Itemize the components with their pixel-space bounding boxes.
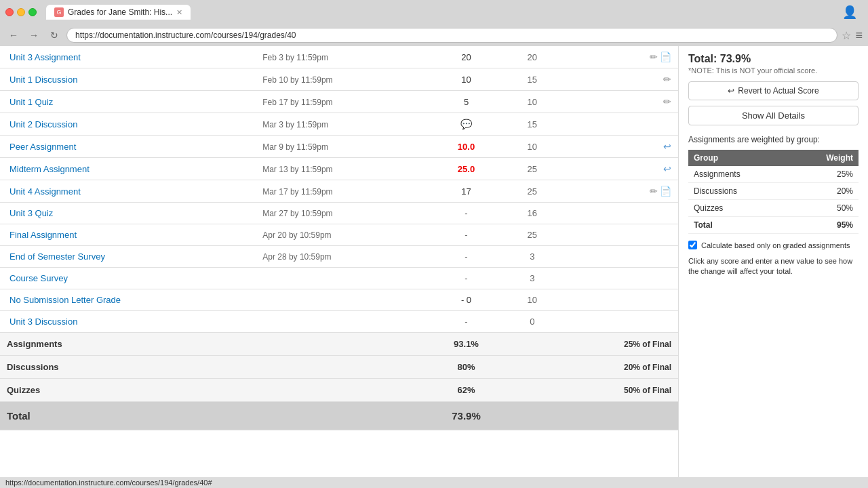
- score-cell[interactable]: -: [424, 246, 509, 268]
- score-value[interactable]: 10.0: [458, 142, 475, 152]
- score-cell[interactable]: 10: [424, 68, 509, 91]
- assignment-link[interactable]: Unit 3 Assignment: [9, 52, 81, 62]
- back-btn[interactable]: ←: [5, 27, 22, 43]
- refresh-btn[interactable]: ↻: [46, 27, 62, 43]
- assignment-link[interactable]: No Submission Letter Grade: [9, 295, 121, 305]
- maximize-window-btn[interactable]: [28, 8, 37, 16]
- score-value[interactable]: 20: [461, 52, 471, 62]
- status-url: https://documentation.instructure.com/co…: [5, 479, 212, 487]
- weight-group-name: Discussions: [688, 183, 791, 200]
- score-cell[interactable]: 💬: [424, 113, 509, 136]
- points-cell: 10: [509, 289, 555, 311]
- user-menu-icon[interactable]: 👤: [842, 5, 857, 20]
- graded-only-checkbox[interactable]: [688, 241, 697, 249]
- group-due: [256, 356, 424, 379]
- forward-btn[interactable]: →: [26, 27, 42, 43]
- assignment-link[interactable]: Unit 1 Discussion: [9, 75, 77, 85]
- score-cell[interactable]: - 0: [424, 289, 509, 311]
- score-cell[interactable]: 5: [424, 91, 509, 113]
- icon-cell: [555, 203, 678, 224]
- score-value[interactable]: - 0: [461, 295, 471, 305]
- points-cell: 3: [509, 246, 555, 268]
- group-summary-row: Assignments 93.1% 25% of Final: [0, 333, 678, 356]
- points-cell: 25: [509, 158, 555, 180]
- score-cell[interactable]: -: [424, 224, 509, 246]
- tab-close-btn[interactable]: ✕: [176, 8, 182, 17]
- total-empty2: [509, 402, 555, 430]
- assignment-link[interactable]: Peer Assignment: [9, 142, 76, 152]
- pencil-icon[interactable]: ✏: [663, 96, 671, 107]
- assignment-link[interactable]: Unit 3 Quiz: [9, 208, 53, 218]
- table-row: Course Survey - 3: [0, 268, 678, 289]
- weight-group-name: Assignments: [688, 166, 791, 183]
- table-row: Final Assignment Apr 20 by 10:59pm - 25: [0, 224, 678, 246]
- note-text: *NOTE: This is NOT your official score.: [688, 66, 859, 75]
- bookmark-icon[interactable]: ☆: [842, 29, 851, 42]
- close-window-btn[interactable]: [5, 8, 14, 16]
- revert-score-button[interactable]: ↩ Revert to Actual Score: [688, 81, 859, 100]
- revert-label: Revert to Actual Score: [738, 86, 818, 96]
- group-summary-row: Discussions 80% 20% of Final: [0, 356, 678, 379]
- score-value[interactable]: 17: [461, 186, 471, 197]
- assignment-link[interactable]: Final Assignment: [9, 230, 77, 240]
- group-name: Discussions: [0, 356, 256, 379]
- due-date: Mar 13 by 11:59pm: [262, 165, 332, 174]
- points-cell: 15: [509, 68, 555, 91]
- assignment-link[interactable]: End of Semester Survey: [9, 251, 105, 262]
- score-cell[interactable]: -: [424, 311, 509, 333]
- score-cell[interactable]: 25.0: [424, 158, 509, 180]
- score-cell[interactable]: 20: [424, 46, 509, 68]
- group-score: 80%: [424, 356, 509, 379]
- assignment-link[interactable]: Course Survey: [9, 273, 68, 283]
- score-value[interactable]: 25.0: [458, 164, 475, 174]
- icon-cell: [555, 113, 678, 136]
- pencil-icon[interactable]: ✏: [650, 186, 658, 197]
- table-row: End of Semester Survey Apr 28 by 10:59pm…: [0, 246, 678, 268]
- doc-icon[interactable]: 📄: [660, 186, 671, 197]
- assignment-link[interactable]: Unit 1 Quiz: [9, 97, 53, 107]
- pencil-icon[interactable]: ✏: [650, 52, 658, 62]
- table-row: Midterm Assignment Mar 13 by 11:59pm 25.…: [0, 158, 678, 180]
- score-value[interactable]: 10: [461, 75, 471, 85]
- assignment-link[interactable]: Midterm Assignment: [9, 164, 90, 174]
- score-cell[interactable]: 10.0: [424, 136, 509, 158]
- browser-menu-icon[interactable]: ≡: [855, 28, 863, 43]
- score-value[interactable]: 5: [464, 97, 469, 107]
- due-date: Mar 3 by 11:59pm: [262, 120, 328, 129]
- total-score-label: Total: 73.9%: [688, 53, 859, 65]
- points-cell: 3: [509, 268, 555, 289]
- due-date: Feb 3 by 11:59pm: [262, 53, 328, 62]
- address-bar[interactable]: [66, 28, 837, 43]
- group-points: [509, 333, 555, 356]
- score-cell[interactable]: 17: [424, 180, 509, 203]
- resubmit-icon[interactable]: ↩: [663, 141, 671, 152]
- due-date: Apr 28 by 10:59pm: [262, 252, 331, 262]
- resubmit-icon[interactable]: ↩: [663, 163, 671, 174]
- pencil-icon[interactable]: ✏: [663, 74, 671, 85]
- assignment-link[interactable]: Unit 3 Discussion: [9, 317, 77, 327]
- right-panel: Total: 73.9% *NOTE: This is NOT your off…: [678, 46, 868, 481]
- comment-icon: 💬: [460, 119, 472, 129]
- browser-nav: ← → ↻ ☆ ≡: [0, 24, 868, 46]
- browser-titlebar: G Grades for Jane Smith: His... ✕ 👤: [0, 0, 868, 24]
- points-cell: 16: [509, 203, 555, 224]
- assignment-link[interactable]: Unit 4 Assignment: [9, 186, 81, 197]
- active-tab[interactable]: G Grades for Jane Smith: His... ✕: [46, 5, 191, 20]
- group-score: 62%: [424, 379, 509, 402]
- due-date: Mar 27 by 10:59pm: [262, 209, 332, 218]
- graded-only-checkbox-row[interactable]: Calculate based only on graded assignmen…: [688, 241, 859, 249]
- table-row: Unit 1 Quiz Feb 17 by 11:59pm 5 10 ✏: [0, 91, 678, 113]
- main-container: Unit 3 Assignment Feb 3 by 11:59pm 20 20…: [0, 46, 868, 481]
- status-bar: https://documentation.instructure.com/co…: [0, 477, 868, 488]
- score-cell[interactable]: -: [424, 268, 509, 289]
- icon-cell: ✏📄: [555, 46, 678, 68]
- score-cell[interactable]: -: [424, 203, 509, 224]
- assignment-link[interactable]: Unit 2 Discussion: [9, 119, 77, 129]
- doc-icon[interactable]: 📄: [660, 52, 671, 62]
- new-tab-btn[interactable]: [193, 4, 214, 20]
- minimize-window-btn[interactable]: [17, 8, 25, 16]
- weighted-by-group-label: Assignments are weighted by group:: [688, 135, 859, 144]
- show-all-details-button[interactable]: Show All Details: [688, 106, 859, 125]
- weight-row: Assignments 25%: [688, 166, 859, 183]
- revert-icon: ↩: [728, 86, 734, 96]
